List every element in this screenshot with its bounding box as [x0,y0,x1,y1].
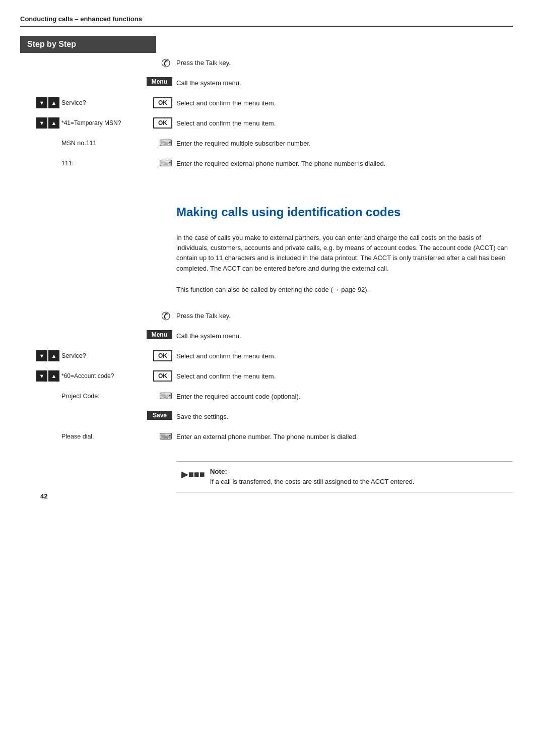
nav-up-arrow-1[interactable]: ▲ [48,97,59,108]
msn-no-label: MSN no.111 [61,140,157,147]
dial-number-label: 111: [61,160,157,167]
service-label-2: Service? [61,352,151,359]
note-box: ▶■■■ Note: If a call is transferred, the… [176,461,513,492]
ok-button-4[interactable]: OK [153,370,172,382]
account-code-label: *60=Account code? [61,372,151,380]
section-body-2: This function can also be called by ente… [176,285,513,295]
page-number: 42 [40,492,533,500]
page-header: Conducting calls – enhanced functions [20,15,513,27]
talk-key-icon-2: ✆ [161,310,170,323]
keypad-icon-4: ⌨ [159,431,172,442]
ok-button-3[interactable]: OK [153,350,172,361]
desc-press-talk-2: Press the Talk key. [176,310,513,321]
desc-save: Save the settings. [176,411,513,422]
desc-menu-2: Call the system menu. [176,330,513,341]
desc-project-code: Enter the required account code (optiona… [176,391,513,402]
desc-service-1: Select and confirm the menu item. [176,97,513,108]
section-body-1: In the case of calls you make to externa… [176,233,513,274]
service-label-1: Service? [61,99,151,106]
desc-account-code: Select and confirm the menu item. [176,370,513,382]
ok-button-2[interactable]: OK [153,117,172,129]
nav-up-arrow-4[interactable]: ▲ [48,370,59,382]
step-by-step-box: Step by Step [20,36,156,53]
nav-down-arrow-4[interactable]: ▼ [36,370,47,382]
desc-menu-1: Call the system menu. [176,77,513,88]
talk-key-icon: ✆ [161,57,170,70]
nav-down-arrow-1[interactable]: ▼ [36,97,47,108]
msn-label: *41=Temporary MSN? [61,119,151,127]
keypad-icon-1: ⌨ [159,138,172,149]
note-text: If a call is transferred, the costs are … [210,478,415,485]
section-heading: Making calls using identification codes [176,204,513,220]
nav-down-arrow-2[interactable]: ▼ [36,117,47,129]
desc-press-talk-1: Press the Talk key. [176,57,513,68]
desc-please-dial: Enter an external phone number. The phon… [176,431,513,442]
menu-button-1[interactable]: Menu [147,77,172,86]
nav-up-arrow-3[interactable]: ▲ [48,350,59,361]
menu-button-2[interactable]: Menu [147,330,172,339]
note-title: Note: [210,468,228,475]
desc-dial-number: Enter the required external phone number… [176,158,513,169]
project-code-label: Project Code: [61,393,157,400]
note-icon: ▶■■■ [181,468,205,481]
desc-msn-no: Enter the required multiple subscriber n… [176,138,513,149]
nav-up-arrow-2[interactable]: ▲ [48,117,59,129]
desc-service-2: Select and confirm the menu item. [176,350,513,361]
keypad-icon-2: ⌨ [159,158,172,169]
save-button[interactable]: Save [147,411,172,420]
nav-down-arrow-3[interactable]: ▼ [36,350,47,361]
keypad-icon-3: ⌨ [159,391,172,402]
ok-button-1[interactable]: OK [153,97,172,108]
please-dial-label: Please dial. [61,433,157,440]
desc-msn: Select and confirm the menu item. [176,117,513,129]
